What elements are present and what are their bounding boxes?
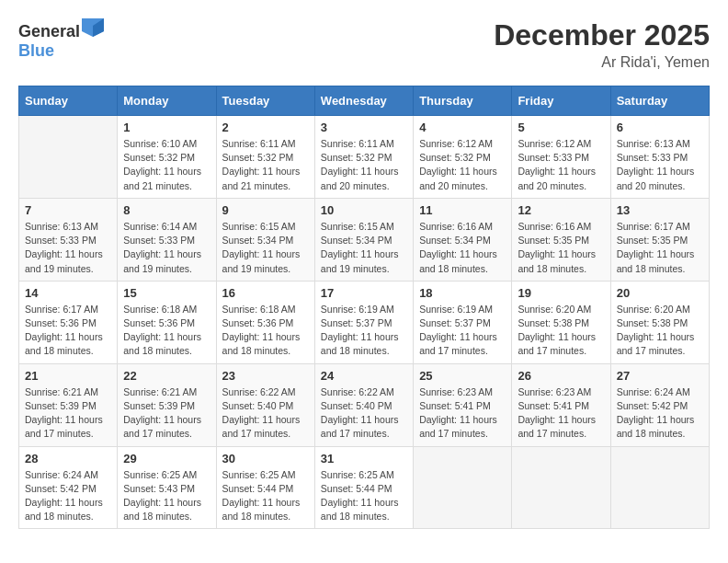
day-number: 4 [419, 121, 506, 134]
calendar-cell: 25Sunrise: 6:23 AMSunset: 5:41 PMDayligh… [414, 363, 512, 446]
calendar-cell: 2Sunrise: 6:11 AMSunset: 5:32 PMDaylight… [216, 116, 314, 199]
calendar-cell: 30Sunrise: 6:25 AMSunset: 5:44 PMDayligh… [216, 446, 314, 529]
calendar-body: 1Sunrise: 6:10 AMSunset: 5:32 PMDaylight… [19, 116, 710, 529]
calendar-cell: 5Sunrise: 6:12 AMSunset: 5:33 PMDaylight… [512, 116, 610, 199]
weekday-header-tuesday: Tuesday [216, 86, 314, 116]
day-number: 12 [518, 203, 604, 217]
day-number: 23 [222, 369, 309, 383]
day-info: Sunrise: 6:25 AMSunset: 5:43 PMDaylight:… [123, 468, 210, 524]
day-info: Sunrise: 6:24 AMSunset: 5:42 PMDaylight:… [617, 385, 703, 442]
calendar-cell: 17Sunrise: 6:19 AMSunset: 5:37 PMDayligh… [314, 281, 413, 363]
calendar-week-5: 28Sunrise: 6:24 AMSunset: 5:42 PMDayligh… [19, 446, 710, 529]
day-info: Sunrise: 6:20 AMSunset: 5:38 PMDaylight:… [518, 303, 604, 359]
weekday-header-monday: Monday [118, 86, 216, 116]
day-info: Sunrise: 6:21 AMSunset: 5:39 PMDaylight:… [123, 385, 210, 442]
day-number: 27 [617, 369, 703, 383]
day-number: 9 [222, 203, 309, 217]
day-number: 30 [222, 452, 309, 465]
day-number: 25 [419, 369, 506, 383]
calendar-cell: 3Sunrise: 6:11 AMSunset: 5:32 PMDaylight… [314, 116, 413, 199]
calendar-cell: 21Sunrise: 6:21 AMSunset: 5:39 PMDayligh… [19, 363, 118, 446]
calendar-cell: 16Sunrise: 6:18 AMSunset: 5:36 PMDayligh… [216, 281, 314, 363]
weekday-header-wednesday: Wednesday [314, 86, 413, 116]
calendar-cell: 13Sunrise: 6:17 AMSunset: 5:35 PMDayligh… [610, 198, 709, 281]
calendar-cell: 4Sunrise: 6:12 AMSunset: 5:32 PMDaylight… [414, 116, 512, 199]
weekday-header-row: SundayMondayTuesdayWednesdayThursdayFrid… [19, 86, 710, 116]
title-block: December 2025 Ar Rida'i, Yemen [494, 18, 710, 71]
weekday-header-friday: Friday [512, 86, 610, 116]
calendar-cell: 6Sunrise: 6:13 AMSunset: 5:33 PMDaylight… [610, 116, 709, 199]
calendar-cell: 14Sunrise: 6:17 AMSunset: 5:36 PMDayligh… [19, 281, 118, 363]
day-number: 17 [321, 286, 407, 300]
day-number: 2 [222, 121, 309, 134]
day-number: 10 [321, 203, 407, 217]
day-info: Sunrise: 6:11 AMSunset: 5:32 PMDaylight:… [222, 137, 309, 193]
day-info: Sunrise: 6:10 AMSunset: 5:32 PMDaylight:… [123, 137, 210, 193]
day-info: Sunrise: 6:23 AMSunset: 5:41 PMDaylight:… [518, 385, 604, 442]
day-info: Sunrise: 6:23 AMSunset: 5:41 PMDaylight:… [419, 385, 506, 442]
day-info: Sunrise: 6:21 AMSunset: 5:39 PMDaylight:… [25, 385, 111, 442]
day-info: Sunrise: 6:14 AMSunset: 5:33 PMDaylight:… [123, 220, 210, 276]
weekday-header-thursday: Thursday [414, 86, 512, 116]
day-number: 14 [25, 286, 111, 300]
day-info: Sunrise: 6:22 AMSunset: 5:40 PMDaylight:… [321, 385, 407, 442]
day-info: Sunrise: 6:12 AMSunset: 5:32 PMDaylight:… [419, 137, 506, 193]
day-info: Sunrise: 6:18 AMSunset: 5:36 PMDaylight:… [123, 303, 210, 359]
day-info: Sunrise: 6:16 AMSunset: 5:35 PMDaylight:… [518, 220, 604, 276]
day-info: Sunrise: 6:17 AMSunset: 5:35 PMDaylight:… [617, 220, 703, 276]
day-number: 11 [419, 203, 506, 217]
day-info: Sunrise: 6:15 AMSunset: 5:34 PMDaylight:… [321, 220, 407, 276]
logo-icon [82, 18, 104, 37]
calendar-table: SundayMondayTuesdayWednesdayThursdayFrid… [18, 86, 710, 529]
day-number: 6 [617, 121, 703, 134]
day-number: 1 [123, 121, 210, 134]
day-number: 20 [617, 286, 703, 300]
day-number: 5 [518, 121, 604, 134]
calendar-cell: 8Sunrise: 6:14 AMSunset: 5:33 PMDaylight… [118, 198, 216, 281]
day-number: 13 [617, 203, 703, 217]
day-info: Sunrise: 6:12 AMSunset: 5:33 PMDaylight:… [518, 137, 604, 193]
calendar-cell [19, 116, 118, 199]
calendar-cell: 9Sunrise: 6:15 AMSunset: 5:34 PMDaylight… [216, 198, 314, 281]
day-number: 8 [123, 203, 210, 217]
calendar-cell: 20Sunrise: 6:20 AMSunset: 5:38 PMDayligh… [610, 281, 709, 363]
day-info: Sunrise: 6:13 AMSunset: 5:33 PMDaylight:… [617, 137, 703, 193]
day-number: 21 [25, 369, 111, 383]
calendar-cell [414, 446, 512, 529]
calendar-cell: 31Sunrise: 6:25 AMSunset: 5:44 PMDayligh… [314, 446, 413, 529]
day-info: Sunrise: 6:11 AMSunset: 5:32 PMDaylight:… [321, 137, 407, 193]
calendar-cell: 18Sunrise: 6:19 AMSunset: 5:37 PMDayligh… [414, 281, 512, 363]
day-number: 19 [518, 286, 604, 300]
calendar-cell: 29Sunrise: 6:25 AMSunset: 5:43 PMDayligh… [118, 446, 216, 529]
day-info: Sunrise: 6:18 AMSunset: 5:36 PMDaylight:… [222, 303, 309, 359]
day-number: 26 [518, 369, 604, 383]
day-info: Sunrise: 6:17 AMSunset: 5:36 PMDaylight:… [25, 303, 111, 359]
day-number: 15 [123, 286, 210, 300]
day-info: Sunrise: 6:19 AMSunset: 5:37 PMDaylight:… [419, 303, 506, 359]
calendar-cell: 22Sunrise: 6:21 AMSunset: 5:39 PMDayligh… [118, 363, 216, 446]
calendar-week-4: 21Sunrise: 6:21 AMSunset: 5:39 PMDayligh… [19, 363, 710, 446]
calendar-cell: 24Sunrise: 6:22 AMSunset: 5:40 PMDayligh… [314, 363, 413, 446]
day-info: Sunrise: 6:22 AMSunset: 5:40 PMDaylight:… [222, 385, 309, 442]
calendar-cell [512, 446, 610, 529]
logo-blue: Blue [18, 41, 54, 60]
calendar-cell: 28Sunrise: 6:24 AMSunset: 5:42 PMDayligh… [19, 446, 118, 529]
day-info: Sunrise: 6:25 AMSunset: 5:44 PMDaylight:… [222, 468, 309, 524]
day-number: 18 [419, 286, 506, 300]
calendar-cell: 10Sunrise: 6:15 AMSunset: 5:34 PMDayligh… [314, 198, 413, 281]
calendar-cell: 11Sunrise: 6:16 AMSunset: 5:34 PMDayligh… [414, 198, 512, 281]
day-number: 28 [25, 452, 111, 465]
calendar-cell: 7Sunrise: 6:13 AMSunset: 5:33 PMDaylight… [19, 198, 118, 281]
day-number: 3 [321, 121, 407, 134]
weekday-header-sunday: Sunday [19, 86, 118, 116]
day-number: 16 [222, 286, 309, 300]
calendar-week-1: 1Sunrise: 6:10 AMSunset: 5:32 PMDaylight… [19, 116, 710, 199]
calendar-cell [610, 446, 709, 529]
day-info: Sunrise: 6:15 AMSunset: 5:34 PMDaylight:… [222, 220, 309, 276]
logo: General Blue [18, 18, 104, 61]
calendar-cell: 1Sunrise: 6:10 AMSunset: 5:32 PMDaylight… [118, 116, 216, 199]
day-number: 22 [123, 369, 210, 383]
day-info: Sunrise: 6:25 AMSunset: 5:44 PMDaylight:… [321, 468, 407, 524]
month-title: December 2025 [494, 18, 710, 52]
day-info: Sunrise: 6:13 AMSunset: 5:33 PMDaylight:… [25, 220, 111, 276]
